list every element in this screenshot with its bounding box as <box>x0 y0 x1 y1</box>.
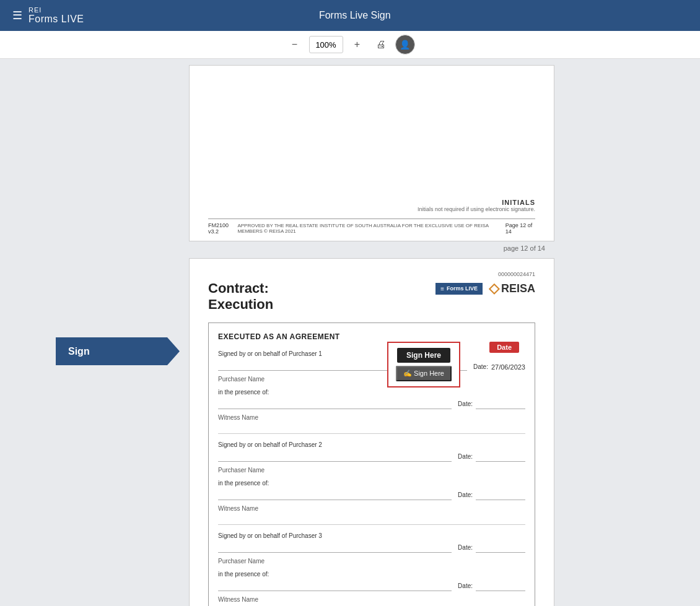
live-word: LIVE <box>61 14 84 24</box>
purchaser-2-name-label: Purchaser Name <box>218 467 525 474</box>
contract-header: Contract: Execution ≡ Forms LIVE ◇ REISA <box>208 280 535 313</box>
purchaser-3-date-label: Date: <box>458 544 473 551</box>
print-button[interactable]: 🖨 <box>372 35 390 54</box>
purchaser-3-name-label: Purchaser Name <box>218 558 525 565</box>
purchaser-3-date-row: Date: <box>458 543 525 553</box>
purchaser-1-presence-label: in the presence of: <box>218 389 525 396</box>
reisa-diamond-icon: ◇ <box>489 280 499 297</box>
date-badge: Date <box>489 342 519 353</box>
sign-button[interactable]: Sign <box>56 337 180 365</box>
sign-here-button[interactable]: ✍ Sign Here <box>396 366 452 381</box>
purchaser-2-sig-line-row: Date: <box>218 449 525 462</box>
contract-logos: ≡ Forms LIVE ◇ REISA <box>435 280 535 297</box>
purchaser-2-sig-line[interactable] <box>218 449 452 462</box>
initials-box: INITIALS Initials not required if using … <box>208 199 535 212</box>
purchaser-1-witness-sig-row: Date: <box>218 397 525 409</box>
purchaser-1-witness-sig-line[interactable] <box>218 397 452 409</box>
purchaser-3-witness-label: Witness Name <box>218 596 525 603</box>
purchaser-3-sig-line-row: Date: <box>218 540 525 553</box>
form-id: FM2100 v3.2 <box>208 222 237 235</box>
page-number-bar: page 12 of 14 <box>189 241 554 255</box>
page-12-end: INITIALS Initials not required if using … <box>189 65 554 241</box>
purchaser-3-witness-date-label: Date: <box>458 582 473 589</box>
purchaser-3-witness-date-field[interactable] <box>476 581 525 591</box>
page-12-content <box>208 75 535 199</box>
initials-title: INITIALS <box>208 199 535 206</box>
brand-rei: REI <box>28 6 84 14</box>
purchaser-3-witness-date-row: Date: <box>458 581 525 591</box>
date-badge-label: Date <box>497 344 512 351</box>
purchaser-1-witness-date-label: Date: <box>458 400 473 407</box>
purchaser-1-date-value: 27/06/2023 <box>491 363 525 371</box>
brand-forms-live: Forms LIVE <box>28 14 84 25</box>
sign-here-top-label: Sign Here <box>397 348 450 363</box>
purchaser-2-witness-date-row: Date: <box>458 490 525 500</box>
page-title: Forms Live Sign <box>319 10 391 21</box>
purchaser-3-sig-line[interactable] <box>218 540 452 553</box>
approved-text: APPROVED BY THE REAL ESTATE INSTITUTE OF… <box>237 223 505 234</box>
zoom-in-button[interactable]: + <box>348 35 367 54</box>
app-header: ☰ REI Forms LIVE Forms Live Sign <box>0 0 700 31</box>
forms-word: Forms <box>28 14 61 24</box>
contract-title: Contract: Execution <box>208 280 273 313</box>
purchaser-2-row: Signed by or on behalf of Purchaser 2 Da… <box>218 441 525 512</box>
logo-area: ☰ REI Forms LIVE <box>12 6 84 25</box>
brand-text: REI Forms LIVE <box>28 6 84 25</box>
page-footer: FM2100 v3.2 APPROVED BY THE REAL ESTATE … <box>208 219 535 235</box>
main-area: Sign INITIALS Initials not required if u… <box>0 59 700 606</box>
zoom-input[interactable] <box>309 36 343 53</box>
reisa-logo: ◇ REISA <box>489 280 535 297</box>
purchaser-2-date-row: Date: <box>458 452 525 462</box>
purchaser-3-signed-label: Signed by or on behalf of Purchaser 3 <box>218 532 525 539</box>
purchaser-2-date-field[interactable] <box>476 452 525 462</box>
document-toolbar: − + 🖨 👤 <box>0 31 700 59</box>
purchaser-1-witness-label: Witness Name <box>218 414 525 421</box>
purchaser-2-witness-label: Witness Name <box>218 505 525 512</box>
purchaser-2-witness-sig-row: Date: <box>218 488 525 500</box>
purchaser-1-witness-date-row: Date: <box>458 399 525 409</box>
document-area: INITIALS Initials not required if using … <box>180 59 564 606</box>
sign-here-popup[interactable]: Sign Here ✍ Sign Here <box>387 342 460 387</box>
document-id: 000000024471 <box>208 271 535 277</box>
execution-section: EXECUTED AS AN AGREEMENT Sign Here ✍ Sig… <box>208 322 535 606</box>
purchaser-3-witness-sig-line[interactable] <box>218 579 452 591</box>
contract-execution-page: 000000024471 Contract: Execution ≡ Forms… <box>189 258 554 606</box>
purchaser-2-witness-sig-line[interactable] <box>218 488 452 500</box>
purchaser-1-signed-label: Signed by or on behalf of Purchaser 1 <box>218 350 525 357</box>
purchaser-2-signed-label: Signed by or on behalf of Purchaser 2 <box>218 441 525 448</box>
purchaser-1-date-label: Date: <box>473 363 488 370</box>
initials-subtitle: Initials not required if using electroni… <box>208 206 535 212</box>
page-info: Page 12 of 14 <box>505 222 535 235</box>
execution-title: EXECUTED AS AN AGREEMENT <box>218 332 525 341</box>
purchaser-1-name-label: Purchaser Name <box>218 376 525 383</box>
purchaser-1-date-row: Date: 27/06/2023 <box>473 363 525 371</box>
purchaser-2-witness-date-label: Date: <box>458 491 473 498</box>
purchaser-1-witness-date-field[interactable] <box>476 399 525 409</box>
forms-live-badge: ≡ Forms LIVE <box>435 283 483 295</box>
purchaser-3-date-field[interactable] <box>476 543 525 553</box>
user-avatar-button[interactable]: 👤 <box>395 35 415 54</box>
forms-live-icon: ≡ <box>440 285 444 292</box>
purchaser-1-sig-line-row: Date: 27/06/2023 <box>218 358 525 371</box>
purchaser-2-witness-date-field[interactable] <box>476 490 525 500</box>
sign-here-outer: Sign Here ✍ Sign Here <box>387 342 460 387</box>
purchaser-3-presence-label: in the presence of: <box>218 571 525 578</box>
purchaser-1-row: Signed by or on behalf of Purchaser 1 Da… <box>218 350 525 421</box>
hamburger-icon[interactable]: ☰ <box>12 9 22 22</box>
purchaser-2-date-label: Date: <box>458 453 473 460</box>
sign-button-container: Sign <box>0 337 180 365</box>
purchaser-2-presence-label: in the presence of: <box>218 480 525 487</box>
contract-title-block: Contract: Execution <box>208 280 273 313</box>
purchaser-3-row: Signed by or on behalf of Purchaser 3 Da… <box>218 532 525 603</box>
zoom-out-button[interactable]: − <box>286 35 304 54</box>
purchaser-3-witness-sig-row: Date: <box>218 579 525 591</box>
